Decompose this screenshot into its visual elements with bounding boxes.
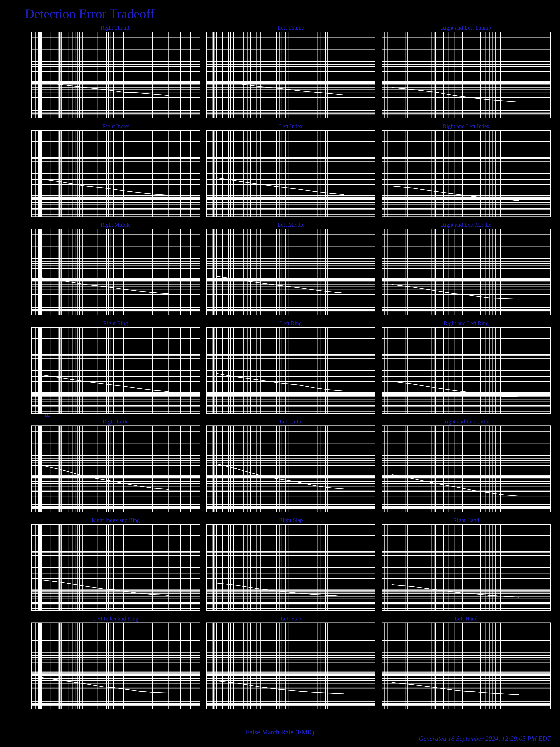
subplot: Right and Left Index: [381, 123, 551, 217]
subplot: Right and Left Middle: [381, 222, 551, 315]
subplot: Right Hand: [381, 517, 551, 611]
subplot-title: Left Hand: [381, 615, 551, 622]
plot-area: 0.20.10.050.020.010.0050.0020.0010.0001: [31, 130, 200, 217]
det-curve: [382, 130, 550, 216]
det-curve: [382, 426, 550, 512]
subplot: Left Thumb: [207, 24, 375, 118]
det-curve: [382, 328, 550, 413]
footer-timestamp: Generated 18 September 2024, 12:20:05 PM…: [419, 735, 551, 742]
subplot: Left Ring: [207, 320, 375, 414]
subplot-title: Right Ring: [31, 320, 200, 327]
det-curve: [207, 130, 375, 216]
subplot: Left Hand0.000010.00010.0010.0050.010.02…: [381, 615, 551, 709]
det-curve: [31, 229, 200, 315]
plot-area: [207, 130, 375, 217]
subplot: Right Thumb0.20.10.050.020.010.0050.0020…: [31, 24, 200, 118]
plot-area: 0.20.10.050.020.010.0050.0020.0010.0001: [31, 327, 200, 414]
plot-area: [381, 130, 551, 217]
plot-area: [207, 524, 375, 611]
plot-area: 0.000010.00010.0010.0050.010.020.050.10.…: [381, 622, 551, 709]
subplot-title: Right Index and Ring: [31, 517, 200, 523]
subplot: Right Middle0.20.10.050.020.010.0050.002…: [31, 222, 200, 315]
det-curve: [382, 229, 550, 315]
det-curve: [207, 426, 375, 512]
subplot-title: Right and Left Little: [381, 418, 551, 425]
subplot-grid: Right Thumb0.20.10.050.020.010.0050.0020…: [31, 24, 551, 709]
plot-area: 0.20.10.050.020.010.0050.0020.0010.0001: [31, 229, 200, 315]
subplot-title: Right and Left Ring: [381, 320, 551, 327]
det-curve: [31, 130, 200, 216]
det-curve: [207, 328, 375, 413]
det-curve: [207, 623, 375, 709]
subplot: Right and Left Ring: [381, 320, 551, 414]
plot-area: 0.20.10.050.020.010.0050.0020.0010.0001: [31, 524, 200, 611]
subplot: Left Slap0.000010.00010.0010.0050.010.02…: [207, 615, 375, 709]
subplot-title: Left Middle: [207, 222, 375, 228]
subplot-title: Left Index: [207, 123, 375, 129]
subplot-title: Right Thumb: [31, 24, 200, 31]
subplot: Right and Left Little: [381, 418, 551, 512]
det-curve: [382, 623, 550, 709]
subplot-title: Left Slap: [207, 615, 375, 622]
subplot-title: Left Thumb: [207, 24, 375, 31]
det-curve: [31, 328, 200, 413]
plot-area: [207, 229, 375, 315]
subplot-title: Right Slap: [207, 517, 375, 523]
plot-area: [381, 229, 551, 315]
subplot: Right Index and Ring0.20.10.050.020.010.…: [31, 517, 200, 611]
subplot: Left Index: [207, 123, 375, 217]
det-curve: [382, 524, 550, 610]
det-curve: [31, 524, 200, 610]
det-curve: [31, 426, 200, 512]
plot-area: [207, 327, 375, 414]
plot-area: 0.20.10.050.020.010.0050.0020.0010.0001: [31, 426, 200, 512]
subplot-title: Right Hand: [381, 517, 551, 523]
x-axis-label: False Match Rate (FMR): [246, 728, 314, 736]
plot-area: 0.000010.00010.0010.0050.010.020.050.10.…: [207, 622, 375, 709]
det-curve: [207, 32, 375, 118]
det-curve: [31, 32, 200, 118]
subplot-title: Right and Left Index: [381, 123, 551, 129]
plot-area: [207, 426, 375, 512]
det-curve: [31, 623, 200, 709]
subplot: Left Little: [207, 418, 375, 512]
subplot: Left Middle: [207, 222, 375, 315]
plot-area: [381, 426, 551, 512]
plot-area: 0.20.10.050.020.010.0050.0020.0010.00010…: [31, 622, 200, 709]
subplot: Right and Left Thumb: [381, 24, 551, 118]
subplot: Right Slap: [207, 517, 375, 611]
subplot: Left Index and Ring0.20.10.050.020.010.0…: [31, 615, 200, 709]
det-curve: [382, 32, 550, 118]
det-curve: [207, 524, 375, 610]
plot-area: [207, 32, 375, 118]
subplot-title: Left Index and Ring: [31, 615, 200, 622]
plot-area: [381, 524, 551, 611]
plot-area: 0.20.10.050.020.010.0050.0020.0010.0001: [31, 32, 200, 118]
subplot-title: Left Ring: [207, 320, 375, 327]
subplot-title: Right and Left Middle: [381, 222, 551, 228]
subplot-title: Right Middle: [31, 222, 200, 228]
subplot-title: Left Little: [207, 418, 375, 425]
subplot: Right Little0.20.10.050.020.010.0050.002…: [31, 418, 200, 512]
subplot-title: Right Index: [31, 123, 200, 129]
plot-area: [381, 32, 551, 118]
det-curve: [207, 229, 375, 315]
page-title: Detection Error Tradeoff: [25, 6, 551, 21]
subplot: Right Ring0.20.10.050.020.010.0050.0020.…: [31, 320, 200, 414]
subplot: Right Index0.20.10.050.020.010.0050.0020…: [31, 123, 200, 217]
subplot-title: Right and Left Thumb: [381, 24, 551, 31]
plot-area: [381, 327, 551, 414]
subplot-title: Right Little: [31, 418, 200, 425]
